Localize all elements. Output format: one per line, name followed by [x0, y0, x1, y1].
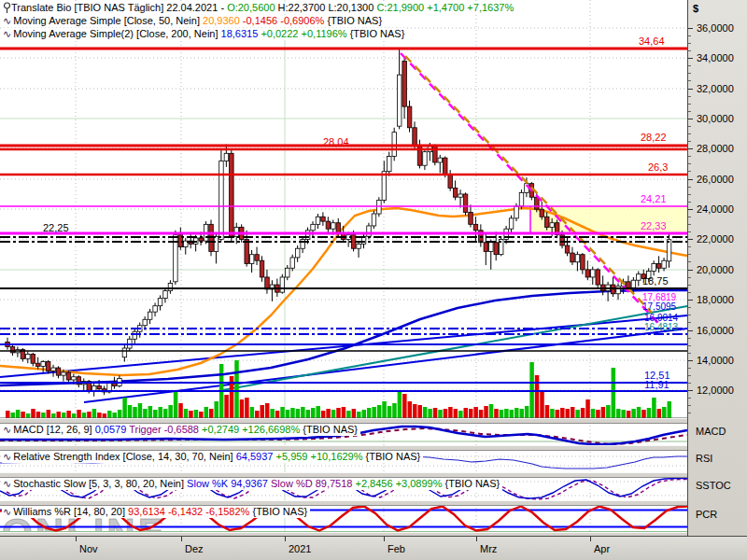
legend-text: {TBIO NAS}	[327, 15, 382, 26]
volume-bar	[540, 392, 544, 418]
legend-text: {TBIO NAS}	[445, 478, 500, 489]
legend-row-sstoc[interactable]: ∿Stochastic Slow [5, 3, 3, 80, 20, Nein]…	[2, 478, 502, 490]
price-tick-label: 14,0000	[697, 355, 734, 366]
volume-bar	[591, 409, 596, 418]
candle-body	[458, 194, 463, 197]
volume-bar	[209, 409, 214, 418]
time-tick	[76, 537, 77, 541]
panel-label-macd: MACD	[696, 426, 726, 437]
volume-bar	[571, 407, 575, 418]
volume-bar	[194, 410, 199, 418]
candle-body	[295, 248, 300, 258]
trendline	[218, 306, 687, 391]
volume-bar	[402, 394, 407, 418]
volume-bar	[500, 410, 504, 418]
legend-text: O:20,5600	[227, 2, 277, 13]
candle-body	[662, 260, 667, 268]
price-tick-label: 34,0000	[697, 52, 734, 63]
candle-body	[230, 153, 234, 236]
volume-bar	[265, 403, 270, 418]
candle-body	[484, 243, 488, 252]
legend-text: Moving Average Simple(2) [Close, 200, Ne…	[13, 28, 220, 39]
volume-bar	[148, 406, 153, 418]
time-tick	[285, 537, 286, 541]
level-label: 24,21	[641, 193, 667, 204]
volume-bar	[601, 407, 606, 418]
level-label: 34,64	[639, 35, 665, 47]
candle-body	[122, 348, 127, 357]
candle-body	[321, 217, 326, 221]
candle-body	[41, 362, 46, 367]
wave-icon: ∿	[3, 478, 11, 490]
candle-body	[316, 217, 320, 224]
volume-bar	[514, 408, 519, 418]
volume-bar	[168, 405, 173, 418]
volume-bar	[668, 401, 672, 418]
price-tick	[688, 89, 693, 90]
price-tick-label: 32,0000	[697, 83, 734, 94]
volume-bar	[128, 405, 133, 418]
legend-text: -0,6906%	[280, 15, 327, 26]
legend-text: Stochastic Slow [5, 3, 3, 80, 20, Nein]	[13, 478, 187, 489]
candle-body	[575, 255, 580, 262]
legend-row-pcr[interactable]: ∿Williams %R [14, 80, 20] 93,6134 -6,143…	[2, 506, 310, 518]
volume-bar	[159, 407, 163, 418]
volume-bar	[448, 407, 453, 418]
candle-body	[286, 268, 290, 277]
candle-body	[36, 363, 41, 366]
volume-bar	[301, 407, 305, 418]
candle-body	[224, 153, 229, 161]
volume-bar	[372, 407, 376, 418]
volume-bar	[479, 410, 484, 418]
candle-body	[591, 270, 596, 277]
volume-bar	[174, 390, 178, 418]
price-tick-label: 22,0000	[697, 233, 734, 245]
legend-row-symbol[interactable]: Translate Bio [TBIO NAS Täglich] 22.04.2…	[2, 2, 516, 14]
level-label: 22,25	[43, 222, 69, 233]
time-tick	[476, 537, 477, 541]
currency-symbol: $	[693, 3, 698, 14]
volume-bar	[433, 408, 438, 418]
candle-body	[280, 277, 285, 292]
candle-body	[489, 243, 494, 252]
candle-body	[397, 75, 402, 126]
volume-bar	[637, 407, 641, 418]
wave-icon: ∿	[3, 28, 11, 40]
level-label: 16,4813	[644, 322, 679, 332]
candle-body	[249, 255, 254, 264]
legend-text: +7,1637%	[467, 2, 514, 13]
volume-bar	[336, 408, 341, 418]
candle-body	[388, 157, 392, 172]
volume-bar	[331, 410, 336, 418]
legend-row-ma50[interactable]: ∿Moving Average Simple [Close, 50, Nein]…	[2, 15, 385, 27]
volume-bar	[153, 410, 158, 418]
candle-body	[199, 238, 204, 241]
volume-bar	[454, 409, 458, 418]
legend-text: +1,4700	[427, 2, 467, 13]
legend-text: {TBIO NAS}	[350, 28, 405, 39]
legend-row-rsi[interactable]: ∿Relative Strength Index [Close, 14, 30,…	[2, 451, 423, 463]
candle-body	[72, 377, 77, 380]
candle-body	[265, 277, 270, 289]
volume-bar	[560, 408, 565, 418]
panel-label-pcr: PCR	[696, 509, 717, 520]
volume-bar	[388, 406, 392, 418]
volume-bar	[458, 411, 463, 418]
legend-text: Slow %D 89,7518	[271, 478, 356, 489]
time-axis[interactable]: NovDez2021FebMrzApr	[0, 536, 747, 560]
volume-bar	[641, 410, 646, 418]
volume-bar	[87, 412, 92, 418]
candle-body	[565, 245, 570, 253]
volume-bar	[362, 410, 367, 418]
legend-text: H:22,3700	[278, 2, 329, 13]
level-label: 28,22	[641, 132, 667, 143]
legend-row-ma200[interactable]: ∿Moving Average Simple(2) [Close, 200, N…	[2, 28, 407, 40]
month-label: Feb	[388, 543, 405, 554]
candle-body	[168, 283, 173, 290]
volume-bar	[143, 409, 148, 418]
legend-row-macd[interactable]: ∿MACD [12, 26, 9] 0,0579 Trigger -0,6588…	[2, 424, 360, 436]
volume-bar	[550, 409, 555, 418]
volume-bar	[224, 395, 229, 418]
price-tick-label: 26,0000	[697, 174, 734, 185]
legend-text: Translate Bio [TBIO NAS Täglich] 22.04.2…	[11, 2, 227, 13]
